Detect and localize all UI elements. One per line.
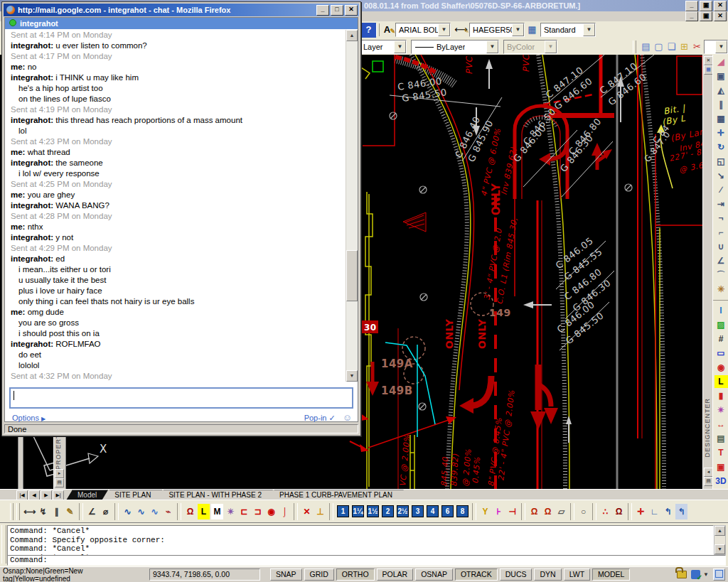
chevron-down-icon[interactable]: ▼ xyxy=(438,23,450,36)
ellipse-icon[interactable]: ○ xyxy=(577,503,590,520)
pipe-left-icon[interactable]: ⊏ xyxy=(237,503,251,520)
toggle-ortho[interactable]: ORTHO xyxy=(336,568,375,581)
firefox-minimize-button[interactable]: _ xyxy=(316,5,329,16)
document-minimize-button[interactable]: _ xyxy=(685,11,698,21)
chevron-down-icon[interactable]: ▼ xyxy=(715,41,727,53)
toggle-dyn[interactable]: DYN xyxy=(534,568,561,581)
firefox-close-button[interactable]: ✕ xyxy=(345,5,358,16)
notepad-icon[interactable]: ▱ xyxy=(555,503,568,520)
communication-center-icon[interactable] xyxy=(691,570,700,579)
text-style-combo[interactable]: ARIAL BOLD ▼ xyxy=(395,23,451,37)
popin-link[interactable]: Pop-in ✓ xyxy=(304,411,336,425)
text-tool-icon[interactable]: I xyxy=(714,303,728,318)
extra-combo[interactable]: ▼ xyxy=(704,40,728,54)
layout-tab-model[interactable]: Model xyxy=(66,490,108,500)
dim-edit-icon[interactable]: ✎ xyxy=(63,503,77,520)
erase-icon[interactable]: ◢ xyxy=(714,55,728,69)
pipe-size-1-5[interactable]: 1½ xyxy=(367,505,379,517)
rotate-icon[interactable]: ↻ xyxy=(714,140,728,154)
magnet-icon-2[interactable]: Ω xyxy=(528,503,541,520)
command-input[interactable]: Command: xyxy=(7,555,726,566)
expand-icon[interactable]: ▸ xyxy=(55,469,64,478)
magnet-icon[interactable]: Ω xyxy=(183,503,197,520)
pline-icon-2[interactable]: ↰ xyxy=(675,503,688,520)
move-icon[interactable]: ✛ xyxy=(714,126,728,140)
rectangle-tool-icon[interactable]: ▭ xyxy=(714,346,728,360)
command-scrollbar[interactable]: ▲ ▼ xyxy=(714,525,726,555)
document-close-button[interactable]: ✕ xyxy=(714,11,727,21)
purple-tool-icon[interactable]: ✴ xyxy=(714,403,728,417)
icon-box-icon[interactable]: ▣ xyxy=(714,460,728,474)
chevron-down-icon[interactable]: ▼ xyxy=(512,23,524,36)
donut-tool-icon[interactable]: ◉ xyxy=(714,360,728,374)
offset-icon[interactable]: ∥ xyxy=(714,97,728,112)
layout-tab-site-plan-with-phase-2[interactable]: SITE PLAN - WITH PHASE 2 xyxy=(157,490,273,500)
pipe-size-1-25[interactable]: 1¼ xyxy=(352,505,364,517)
spray-icon[interactable]: ✴ xyxy=(224,503,237,520)
stretch-icon[interactable]: ↘ xyxy=(714,168,728,183)
layer-l-icon[interactable]: L xyxy=(197,503,210,520)
toggle-otrack[interactable]: OTRACK xyxy=(455,568,498,581)
tab-nav-first[interactable]: |◀ xyxy=(16,490,28,500)
toggle-ducs[interactable]: DUCS xyxy=(500,568,532,581)
chat-input[interactable] xyxy=(9,387,353,409)
valve-icon-1[interactable]: ⊦ xyxy=(492,503,505,520)
tab-nav-last[interactable]: ▶| xyxy=(53,490,64,500)
command-grip[interactable] xyxy=(1,525,6,564)
ucs-corner-icon[interactable]: ∟ xyxy=(648,503,661,520)
red-pill-icon[interactable]: ▮ xyxy=(714,389,728,403)
scrollbar-thumb[interactable] xyxy=(346,250,358,301)
scroll-up-icon[interactable]: ▲ xyxy=(714,526,725,536)
break-point-icon[interactable]: ¬ xyxy=(714,211,728,225)
toggle-osnap[interactable]: OSNAP xyxy=(415,568,453,581)
leader-icon-2[interactable]: ∿ xyxy=(134,503,148,520)
autocad-minimize-button[interactable]: _ xyxy=(685,1,698,11)
dim-jog-icon[interactable]: ↯ xyxy=(36,503,50,520)
tab-nav-next[interactable]: ▶ xyxy=(41,490,52,500)
pline-icon-1[interactable]: ↰ xyxy=(661,503,675,520)
autocad-close-button[interactable]: ✕ xyxy=(714,1,727,11)
explode-icon[interactable]: ✳ xyxy=(714,282,728,296)
pipe-cross-icon[interactable]: ✕ xyxy=(300,503,314,520)
hydrant-icon[interactable]: Y xyxy=(478,503,492,520)
dim-diameter-icon[interactable]: ⌀ xyxy=(99,503,112,520)
clean-screen-button[interactable] xyxy=(713,568,725,581)
layer-l-tool-icon[interactable]: L xyxy=(714,374,728,389)
pipe-size-3[interactable]: 3 xyxy=(412,505,424,517)
tab-nav-prev[interactable]: ◀ xyxy=(28,490,40,500)
pipe-size-8[interactable]: 8 xyxy=(456,505,469,517)
pipe-tee-icon[interactable]: ⊥ xyxy=(314,503,327,520)
copy-icon[interactable]: ▣ xyxy=(714,69,728,83)
toggle-snap[interactable]: SNAP xyxy=(270,568,302,581)
toggle-lwt[interactable]: LWT xyxy=(564,568,590,581)
toolbar-grip[interactable] xyxy=(633,41,636,53)
mirror-icon[interactable]: ◭ xyxy=(714,83,728,97)
dim-angular-icon[interactable]: ∠ xyxy=(85,503,99,520)
magnet-icon-3[interactable]: Ω xyxy=(541,503,555,520)
scale-icon[interactable]: ◱ xyxy=(714,154,728,168)
image-tool-icon[interactable]: ▤ xyxy=(714,431,728,446)
pipe-size-2[interactable]: 2 xyxy=(382,505,394,517)
leader-icon-1[interactable]: ∿ xyxy=(121,503,134,520)
array-icon[interactable]: ▦ xyxy=(714,112,728,126)
scroll-down-icon[interactable]: ▼ xyxy=(714,544,725,554)
letter-m-icon[interactable]: M xyxy=(210,503,224,520)
command-history[interactable]: Command: *Cancel*Command: Specify opposi… xyxy=(7,525,714,556)
pipe-size-1[interactable]: 1 xyxy=(337,505,349,517)
text-plus-icon[interactable]: T xyxy=(714,446,728,460)
linetype-combo[interactable]: ByLayer ▼ xyxy=(411,40,499,54)
toggle-polar[interactable]: POLAR xyxy=(377,568,414,581)
pipe-dot-icon[interactable]: ◉ xyxy=(264,503,278,520)
chat-scrollbar[interactable]: ▲ ▼ xyxy=(346,30,358,382)
dock-grip[interactable] xyxy=(18,436,23,490)
dim-style-combo[interactable]: HAEGER50 ▼ xyxy=(469,23,525,37)
leader-strike-icon[interactable]: ⌁ xyxy=(161,503,175,520)
cut-layer-icon[interactable]: ✂ xyxy=(690,40,705,55)
table-style-combo[interactable]: Standard ▼ xyxy=(540,23,596,37)
chevron-down-icon[interactable]: ▼ xyxy=(486,41,498,53)
toggle-grid[interactable]: GRID xyxy=(304,568,334,581)
valve-icon-2[interactable]: ⊣ xyxy=(505,503,519,520)
scroll-up-icon[interactable]: ▲ xyxy=(346,30,358,41)
firefox-maximize-button[interactable]: □ xyxy=(331,5,343,16)
text-style-icon[interactable]: A✎ xyxy=(380,23,395,38)
